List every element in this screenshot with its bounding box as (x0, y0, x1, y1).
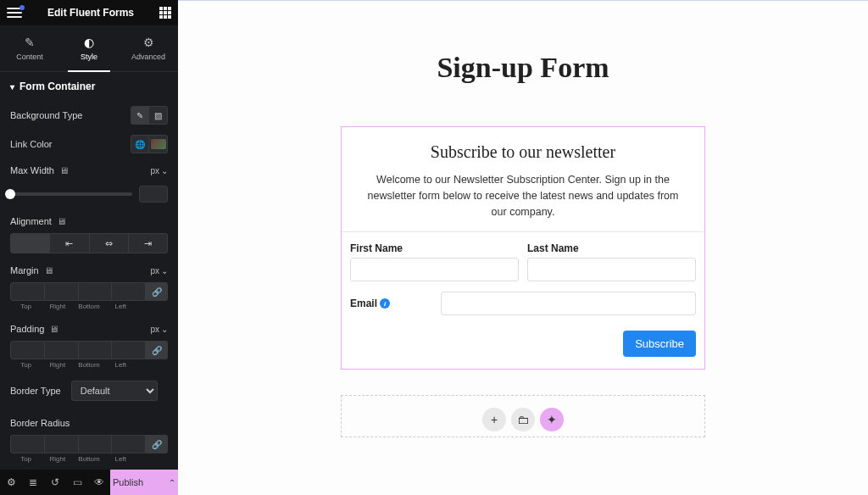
desktop-icon[interactable]: 🖥 (59, 165, 69, 175)
gear-icon: ⚙ (143, 36, 154, 49)
padding-bottom-input[interactable] (79, 341, 113, 359)
sidebar-footer: ⚙ ≣ ↺ ▭ 👁 Publish⌃ (0, 470, 178, 495)
border-type-select[interactable]: Default (71, 381, 158, 401)
history-icon[interactable]: ↺ (44, 470, 66, 495)
radius-left-input[interactable] (112, 435, 146, 453)
tab-content[interactable]: ✎Content (0, 25, 59, 71)
label-border-radius: Border Radius (10, 418, 70, 428)
desktop-icon[interactable]: 🖥 (49, 324, 58, 334)
style-panel: ▾Form Container Background Type ✎ ▨ Link… (0, 72, 178, 470)
first-name-input[interactable] (350, 258, 519, 281)
unit-selector-padding[interactable]: px ⌄ (150, 325, 168, 334)
contrast-icon: ◐ (84, 36, 94, 49)
sidebar-topbar: Edit Fluent Forms (0, 0, 178, 25)
align-left-button[interactable]: ⇤ (50, 233, 89, 253)
pencil-icon: ✎ (25, 36, 35, 49)
subscribe-button[interactable]: Subscribe (623, 331, 696, 357)
caret-down-icon: ▾ (10, 82, 14, 92)
unit-selector-margin[interactable]: px ⌄ (150, 266, 168, 275)
align-default-button[interactable] (10, 233, 50, 253)
form-heading: Subscribe to our newsletter (342, 127, 704, 172)
editor-canvas[interactable]: Sign-up Form Subscribe to our newsletter… (178, 0, 868, 495)
bg-classic-button[interactable]: ✎ (131, 106, 149, 125)
desktop-icon[interactable]: 🖥 (57, 216, 66, 226)
tab-advanced[interactable]: ⚙Advanced (119, 25, 178, 71)
section-form-container[interactable]: ▾Form Container (0, 72, 178, 101)
margin-left-input[interactable] (112, 282, 146, 301)
label-border-type: Border Type (10, 386, 61, 396)
label-padding: Padding 🖥 (10, 324, 58, 334)
label-max-width: Max Width 🖥 (10, 165, 69, 175)
max-width-slider[interactable] (10, 192, 132, 196)
radius-bottom-input[interactable] (79, 435, 113, 453)
tab-style[interactable]: ◐Style (59, 25, 119, 71)
last-name-input[interactable] (527, 258, 696, 281)
info-icon[interactable]: i (380, 298, 390, 309)
label-margin: Margin 🖥 (10, 265, 53, 275)
margin-link-toggle[interactable]: 🔗 (146, 282, 168, 301)
label-alignment: Alignment 🖥 (10, 216, 66, 226)
margin-inputs: 🔗 (10, 282, 168, 301)
radius-link-toggle[interactable]: 🔗 (146, 435, 168, 453)
navigator-icon[interactable]: ≣ (22, 470, 44, 495)
link-color-swatch[interactable] (149, 135, 168, 153)
add-template-button[interactable]: 🗀 (511, 408, 535, 431)
add-section-button[interactable]: + (482, 408, 506, 431)
bg-gradient-button[interactable]: ▨ (149, 106, 168, 125)
settings-icon[interactable]: ⚙ (0, 470, 22, 495)
unit-selector-maxwidth[interactable]: px ⌄ (150, 166, 168, 175)
margin-top-input[interactable] (10, 282, 45, 301)
form-intro: Welcome to our Newsletter Subscription C… (342, 172, 704, 231)
align-right-button[interactable]: ⇥ (129, 233, 168, 253)
chevron-down-icon: ⌄ (161, 325, 168, 334)
label-background-type: Background Type (10, 110, 82, 120)
publish-button[interactable]: Publish⌃ (110, 470, 178, 495)
label-link-color: Link Color (10, 139, 53, 149)
max-width-input[interactable] (139, 186, 168, 203)
chevron-down-icon: ⌄ (161, 266, 168, 275)
first-name-label: First Name (350, 242, 519, 254)
padding-left-input[interactable] (112, 341, 146, 359)
padding-inputs: 🔗 (10, 341, 168, 359)
hamburger-menu-icon[interactable] (7, 8, 22, 18)
editor-tabs: ✎Content ◐Style ⚙Advanced (0, 25, 178, 72)
radius-top-input[interactable] (10, 435, 45, 453)
margin-bottom-input[interactable] (79, 282, 113, 301)
preview-icon[interactable]: 👁 (88, 470, 110, 495)
editor-sidebar: Edit Fluent Forms ✎Content ◐Style ⚙Advan… (0, 0, 178, 495)
form-widget[interactable]: Subscribe to our newsletter Welcome to o… (341, 126, 705, 370)
chevron-up-icon: ⌃ (169, 478, 175, 487)
align-center-button[interactable]: ⇔ (90, 233, 129, 253)
editor-title: Edit Fluent Forms (47, 7, 134, 19)
margin-right-input[interactable] (45, 282, 79, 301)
email-input[interactable] (441, 292, 696, 315)
email-label: Emaili (350, 298, 390, 309)
chevron-down-icon: ⌄ (161, 166, 168, 175)
responsive-icon[interactable]: ▭ (66, 470, 88, 495)
border-radius-inputs: 🔗 (10, 435, 168, 453)
radius-right-input[interactable] (45, 435, 79, 453)
add-ai-button[interactable]: ✦ (540, 408, 564, 431)
padding-top-input[interactable] (10, 341, 45, 359)
global-color-button[interactable]: 🌐 (131, 135, 149, 153)
widgets-grid-icon[interactable] (159, 7, 171, 19)
padding-right-input[interactable] (45, 341, 79, 359)
drop-zone[interactable]: + 🗀 ✦ (341, 395, 705, 437)
alignment-segmented: ⇤ ⇔ ⇥ (10, 233, 168, 253)
page-title: Sign-up Form (178, 52, 868, 84)
desktop-icon[interactable]: 🖥 (44, 265, 53, 275)
padding-link-toggle[interactable]: 🔗 (146, 341, 168, 359)
last-name-label: Last Name (527, 242, 696, 254)
